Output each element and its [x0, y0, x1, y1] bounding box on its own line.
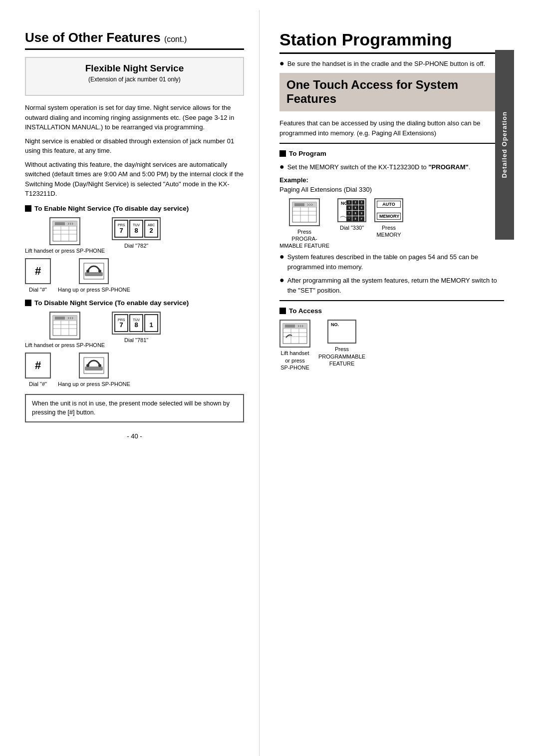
hangup-icon2: [79, 353, 109, 378]
fns-subtitle: (Extension of jack number 01 only): [34, 76, 235, 83]
black-square-icon3: [279, 150, 286, 157]
bullet1-text: Be sure the handset is in the cradle and…: [287, 59, 486, 69]
key-tuv8: TUV 8: [129, 220, 143, 238]
left-title: Use of Other Features (cont.): [25, 30, 244, 50]
black-square-icon4: [279, 308, 286, 314]
access-prog-feat-label: Press PROGRAMMABLE FEATURE: [318, 346, 365, 367]
black-square-icon2: [25, 300, 31, 306]
svg-rect-19: [55, 317, 65, 320]
prog-dial-item: NO. 1 2 3 4 5 6 7 8 9 * 0 #: [337, 198, 366, 231]
left-column: Use of Other Features (cont.) Flexible N…: [0, 10, 260, 756]
hangup-label-disable: Hang up or press SP-PHONE: [58, 380, 130, 387]
left-title-cont: (cont.): [164, 35, 187, 43]
disable-hangup-item: Hang up or press SP-PHONE: [58, 353, 130, 387]
auto-memory-box: AUTO MEMORY: [374, 198, 403, 222]
no-box: NO. 1 2 3 4 5 6 7 8 9 * 0 #: [337, 198, 366, 222]
svg-rect-21: [85, 367, 103, 371]
enable-hash-item: # Dial "#": [25, 258, 51, 293]
key-prs7-d: PRS 7: [114, 314, 128, 332]
ota-title: One Touch Access for System Features: [286, 78, 497, 107]
note-box: When the unit is not in use, the present…: [25, 394, 244, 423]
system-bullet2-text: After programming all the system feature…: [287, 276, 504, 295]
hangup-icon: [79, 258, 109, 284]
key-1-d: 1: [144, 314, 158, 332]
key-tuv8-d: TUV 8: [129, 314, 143, 332]
sidebar-tab-text: Detailed Operation: [501, 111, 509, 178]
enable-header-text: To Enable Night Service (To disable day …: [34, 205, 189, 212]
fns-body2: Night service is enabled or disabled thr…: [25, 136, 244, 156]
enable-icons-row: Lift handset or press SP-PHONE PRS 7 TUV…: [25, 217, 244, 254]
enable-section-header: To Enable Night Service (To disable day …: [25, 205, 244, 212]
system-bullet1: ● System features described in the table…: [279, 252, 504, 272]
key-abc2: ABC 2: [144, 220, 158, 238]
enable-icons-row2: # Dial "#": [25, 258, 244, 293]
disable-keypad-item: PRS 7 TUV 8 1 Dial "781": [112, 312, 161, 344]
hash-icon2: #: [25, 353, 51, 378]
svg-rect-31: [294, 203, 304, 206]
memory-label: MEMORY: [377, 213, 401, 220]
prog-memory-item: AUTO MEMORY Press MEMORY: [374, 198, 403, 239]
dial-330-label: Dial "330": [340, 224, 364, 231]
svg-point-11: [98, 270, 101, 273]
bullet-icon3: ●: [279, 252, 284, 261]
press-prog-label: Press PROGRA- MMABLE FEATURE: [279, 228, 329, 250]
black-square-icon: [25, 205, 31, 212]
system-bullet1-text: System features described in the table o…: [287, 252, 504, 272]
access-no-box: NO.: [327, 320, 356, 344]
disable-header-text: To Disable Night Service (To enable day …: [34, 299, 189, 307]
fns-title: Flexible Night Service: [34, 63, 235, 74]
access-section-header: To Access: [279, 307, 504, 315]
phone-icon3: [289, 198, 320, 226]
svg-rect-9: [85, 272, 103, 276]
divider2: [279, 300, 504, 301]
svg-rect-7: [55, 222, 65, 225]
hangup-label-enable: Hang up or press SP-PHONE: [58, 286, 130, 293]
divider1: [279, 143, 504, 144]
fns-box: Flexible Night Service (Extension of jac…: [25, 57, 244, 96]
disable-phone-item: Lift handset or press SP-PHONE: [25, 312, 105, 349]
example-text: Paging All Extensions (Dial 330): [279, 186, 504, 193]
right-title: Station Programming: [279, 30, 504, 54]
program-bullet-text: Set the MEMORY switch of the KX-T123230D…: [287, 162, 471, 172]
dial-hash-label2: Dial "#": [29, 380, 47, 387]
ota-box: One Touch Access for System Features: [279, 73, 504, 112]
access-no-item: NO. Press PROGRAMMABLE FEATURE: [318, 320, 365, 367]
disable-hash-item: # Dial "#": [25, 353, 51, 387]
bullet-icon4: ●: [279, 276, 284, 285]
left-title-text: Use of Other Features: [25, 30, 161, 45]
enable-keypad-item: PRS 7 TUV 8 ABC 2 Dial "782": [112, 217, 161, 249]
phone-icon4: [279, 320, 310, 348]
bullet-icon2: ●: [279, 162, 284, 171]
svg-point-22: [86, 364, 89, 367]
enable-hangup-item: Hang up or press SP-PHONE: [58, 258, 130, 293]
program-section-header: To Program: [279, 150, 504, 157]
key-prs7: PRS 7: [114, 220, 128, 238]
lift-label-enable: Lift handset or press SP-PHONE: [25, 247, 105, 254]
fns-body3: Without activating this feature, the day…: [25, 160, 244, 199]
enable-dial-label: Dial "782": [124, 242, 148, 249]
sidebar-tab: Detailed Operation: [495, 50, 514, 240]
disable-dial-label: Dial "781": [124, 337, 148, 344]
enable-keypad: PRS 7 TUV 8 ABC 2: [112, 217, 161, 240]
disable-icons-row: Lift handset or press SP-PHONE PRS 7 TUV…: [25, 312, 244, 349]
access-phone-item: Lift handset or press SP-PHONE: [279, 320, 310, 371]
right-column: Station Programming ● Be sure the handse…: [260, 10, 514, 756]
fns-body1: Normal system operation is set for day t…: [25, 103, 244, 132]
svg-rect-39: [285, 325, 295, 328]
example-label: Example:: [279, 176, 504, 184]
system-bullet2: ● After programming all the system featu…: [279, 276, 504, 295]
dial-hash-label: Dial "#": [29, 286, 47, 293]
disable-icons-row2: # Dial "#" Hang up or press SP-PHONE: [25, 353, 244, 387]
hash-icon: #: [25, 258, 51, 284]
right-bullet1: ● Be sure the handset is in the cradle a…: [279, 59, 504, 69]
lift-label-disable: Lift handset or press SP-PHONE: [25, 342, 105, 349]
access-header-text: To Access: [289, 307, 322, 315]
svg-point-10: [86, 270, 89, 273]
press-memory-label: Press MEMORY: [376, 224, 401, 239]
disable-keypad: PRS 7 TUV 8 1: [112, 312, 161, 335]
program-bullet: ● Set the MEMORY switch of the KX-T12323…: [279, 162, 504, 172]
phone-icon2: [49, 312, 80, 340]
phone-icon: [49, 217, 80, 245]
access-icons-row: Lift handset or press SP-PHONE NO. Press…: [279, 320, 504, 371]
ota-body: Features that can be accessed by using t…: [279, 118, 504, 138]
